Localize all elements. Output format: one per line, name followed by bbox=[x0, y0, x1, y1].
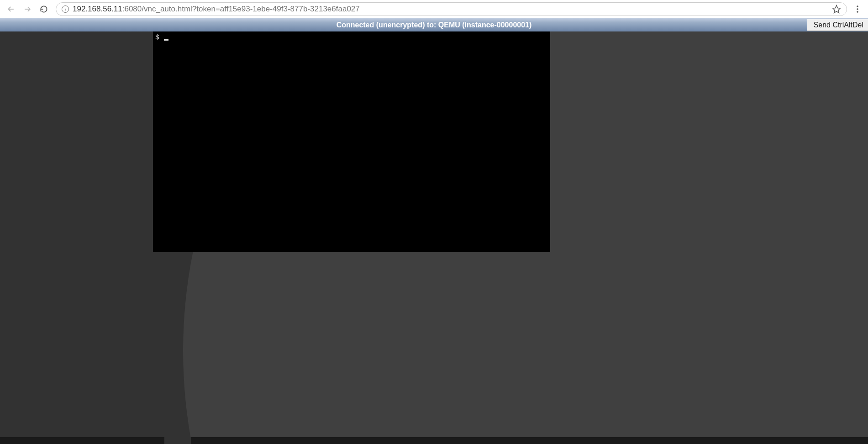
svg-point-3 bbox=[857, 11, 858, 13]
vnc-status-bar: Connected (unencrypted) to: QEMU (instan… bbox=[0, 18, 868, 31]
terminal-line: $ bbox=[153, 31, 550, 44]
info-icon-label: i bbox=[64, 6, 66, 12]
url-path: :6080/vnc_auto.html?token=aff15e93-1ebe-… bbox=[122, 5, 360, 13]
vnc-canvas[interactable]: $ bbox=[153, 31, 550, 252]
browser-toolbar: i 192.168.56.11:6080/vnc_auto.html?token… bbox=[0, 0, 868, 18]
browser-menu-button[interactable] bbox=[851, 2, 864, 16]
nav-buttons bbox=[4, 2, 51, 16]
forward-button[interactable] bbox=[20, 2, 35, 16]
vnc-status-text: Connected (unencrypted) to: QEMU (instan… bbox=[0, 21, 868, 29]
vnc-viewport: $ bbox=[0, 31, 868, 444]
send-ctrl-alt-del-button[interactable]: Send CtrlAltDel bbox=[807, 19, 868, 31]
svg-point-1 bbox=[857, 5, 858, 7]
arrow-right-icon bbox=[23, 5, 32, 14]
address-bar[interactable]: i 192.168.56.11:6080/vnc_auto.html?token… bbox=[56, 2, 847, 16]
svg-point-2 bbox=[857, 8, 858, 10]
bookmark-star-icon[interactable] bbox=[832, 5, 841, 14]
url-text: 192.168.56.11:6080/vnc_auto.html?token=a… bbox=[73, 5, 360, 14]
url-host: 192.168.56.11 bbox=[73, 5, 122, 13]
terminal-prompt: $ bbox=[155, 34, 159, 42]
reload-icon bbox=[39, 5, 48, 14]
reload-button[interactable] bbox=[37, 2, 51, 16]
taskbar-gap bbox=[164, 437, 191, 444]
arrow-left-icon bbox=[6, 5, 16, 14]
site-info-icon[interactable]: i bbox=[62, 5, 69, 13]
back-button[interactable] bbox=[4, 2, 18, 16]
terminal-cursor bbox=[164, 39, 168, 41]
taskbar-segment bbox=[0, 437, 164, 444]
taskbar-hints bbox=[0, 437, 868, 444]
kebab-menu-icon bbox=[853, 5, 862, 13]
svg-marker-0 bbox=[833, 5, 841, 13]
taskbar-segment bbox=[191, 437, 868, 444]
